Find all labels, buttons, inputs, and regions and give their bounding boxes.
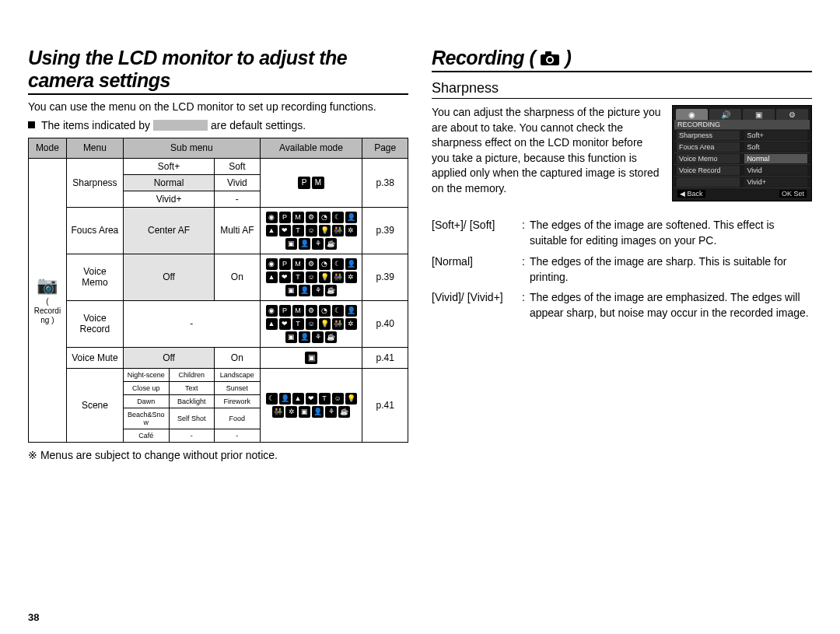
def-term: [Vivid]/ [Vivid+]	[432, 289, 517, 305]
mode-icon: M	[312, 177, 324, 189]
lcd-title: RECORDING	[674, 120, 810, 129]
page-focus: p.39	[362, 207, 408, 254]
mode-cell: 📷 ( Recording )	[29, 158, 67, 442]
mode-icon: ◉	[266, 258, 278, 270]
left-column: Using the LCD monitor to adjust the came…	[28, 47, 408, 461]
mode-icon: ❤	[279, 318, 291, 330]
mode-icon: ☾	[332, 212, 344, 223]
mode-icon: ◉	[266, 212, 278, 223]
sub-soft: Soft	[215, 158, 261, 174]
mode-icon: ⚘	[312, 238, 324, 250]
scene-cell: Text	[169, 381, 215, 394]
sub-dash: -	[215, 191, 261, 207]
subtitle: Sharpness	[432, 80, 812, 99]
menu-vmemo: Voice Memo	[66, 254, 123, 300]
legend-post: are default settings.	[211, 119, 306, 131]
mode-icon: ◉	[266, 305, 278, 317]
mode-icon: T	[292, 225, 304, 236]
mode-icon: ☺	[306, 271, 317, 283]
def-term: [Normal]	[432, 254, 517, 269]
mode-icon: T	[292, 271, 304, 283]
sub-softp: Soft+	[123, 158, 214, 174]
camera-icon	[540, 51, 560, 66]
title-text: Recording (	[432, 47, 535, 69]
mode-icon: ▲	[292, 393, 304, 405]
lcd-foot-back: ◀ Back	[677, 190, 705, 198]
legend-pre: The items indicated by	[41, 119, 150, 131]
page-number: 38	[28, 611, 39, 623]
th-menu: Menu	[66, 138, 123, 158]
menu-table: Mode Menu Sub menu Available mode Page 📷…	[28, 138, 408, 443]
mode-icon: ☺	[306, 318, 317, 330]
page-sharp: p.38	[362, 158, 408, 207]
lcd-row-label	[677, 177, 740, 187]
mode-icon: 👤	[299, 238, 310, 250]
mode-icon: ☺	[332, 393, 344, 405]
mode-icon: 👫	[332, 271, 344, 283]
scene-cell: Backlight	[169, 394, 215, 408]
menu-focus: Foucs Area	[66, 207, 123, 254]
lcd-tab-sound-icon: 🔊	[709, 109, 741, 120]
mode-icon: ☕	[325, 285, 337, 296]
mode-icon: ▲	[266, 225, 278, 236]
bullet-icon	[28, 121, 35, 128]
mode-icon: ✲	[345, 225, 357, 236]
default-legend: The items indicated by are default setti…	[28, 119, 408, 131]
lcd-row-value: Soft	[744, 142, 807, 152]
mode-icon: 👤	[299, 285, 310, 296]
mode-icon: ◔	[319, 212, 331, 223]
mode-icon: 💡	[345, 393, 357, 405]
mode-icon: 👫	[332, 225, 344, 236]
mode-label: ( Recording )	[34, 297, 61, 324]
lcd-tab-display-icon: ▣	[743, 109, 775, 120]
mode-icon: ◔	[319, 305, 331, 317]
th-page: Page	[362, 138, 408, 158]
mode-icon: ❤	[279, 225, 291, 236]
mode-icon: ▣	[299, 406, 310, 418]
mode-icon: 👫	[272, 406, 284, 418]
mode-icon: 💡	[319, 271, 331, 283]
lcd-tab-camera-icon: ◉	[676, 109, 708, 120]
mode-icon: ☾	[266, 393, 278, 405]
mode-icon: ◔	[319, 258, 331, 270]
scene-cell: -	[215, 429, 261, 442]
mode-icon: 👤	[299, 331, 310, 343]
lcd-row-label: Foucs Area	[677, 142, 740, 152]
mode-icon: ☾	[332, 258, 344, 270]
sub-vmute-off: Off	[123, 347, 214, 368]
mode-icon: ▣	[285, 238, 297, 250]
def-row: [Soft+]/ [Soft]:The edges of the image a…	[432, 217, 812, 249]
scene-cell: Beach&Snow	[123, 408, 169, 429]
scene-cell: Food	[215, 408, 261, 429]
scene-cell: Landscape	[215, 368, 261, 381]
sub-vrec-dash: -	[123, 300, 260, 347]
lcd-row-value: Normal	[744, 154, 807, 163]
avail-vrec: ◉PM⚙◔☾👤▲❤T☺💡👫✲▣👤⚘☕	[260, 300, 362, 347]
mode-icon: ✲	[345, 318, 357, 330]
mode-icon: ❤	[306, 393, 317, 405]
page-scene: p.41	[362, 368, 408, 442]
sub-multiaf: Multi AF	[215, 207, 261, 254]
title-end: )	[565, 47, 571, 69]
mode-icon: ☺	[306, 225, 317, 236]
def-row: [Vivid]/ [Vivid+]:The edges of the image…	[432, 289, 812, 321]
def-row: [Normal]:The edges of the image are shar…	[432, 254, 812, 285]
th-mode: Mode	[29, 138, 67, 158]
mode-icon: ▲	[266, 318, 278, 330]
scene-cell: Children	[169, 368, 215, 381]
mode-icon: M	[292, 258, 304, 270]
mode-icon: P	[279, 305, 291, 317]
scene-cell: Sunset	[215, 381, 261, 394]
avail-vmemo: ◉PM⚙◔☾👤▲❤T☺💡👫✲▣👤⚘☕	[260, 254, 362, 300]
mode-icon: M	[292, 212, 304, 223]
def-term: [Soft+]/ [Soft]	[432, 217, 517, 233]
mode-icon: ⚘	[325, 406, 337, 418]
mode-icon: ☕	[325, 331, 337, 343]
menu-vrec: Voice Record	[66, 300, 123, 347]
mode-icon: ⚘	[312, 331, 324, 343]
sub-centeraf: Center AF	[123, 207, 214, 254]
mode-icon: T	[319, 393, 331, 405]
mode-icon: ▣	[285, 331, 297, 343]
mode-icon: T	[292, 318, 304, 330]
lcd-foot-ok: OK Set	[779, 190, 807, 198]
